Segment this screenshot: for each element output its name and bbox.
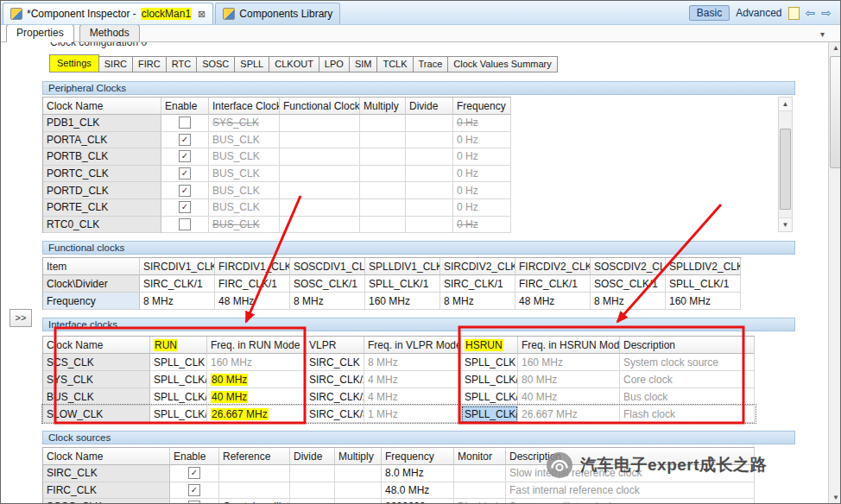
enable-cell[interactable]: ✓ [170, 499, 219, 504]
divider-cell[interactable]: SOSC_CLK/1 [290, 275, 365, 293]
peripheral-table-scrollbar[interactable]: ▲ ▼ [778, 97, 793, 232]
tab-clock-values-summary[interactable]: Clock Values Summary [447, 56, 558, 72]
divider-cell[interactable]: SIRC_CLK/1 [440, 275, 515, 293]
enable-cell[interactable]: ✓ [161, 199, 209, 217]
frequency-cell[interactable]: 8000000 [382, 499, 454, 504]
col-soscdiv1: SOSCDIV1_CLK [290, 258, 365, 275]
enable-cell[interactable]: ✓ [170, 482, 219, 500]
run-cell[interactable]: SPLL_CLK/6 [150, 406, 207, 423]
tab-spll[interactable]: SPLL [234, 56, 269, 72]
basic-view-button[interactable]: Basic [689, 5, 730, 21]
vertical-scrollbar[interactable]: ▲ ▼ [828, 41, 841, 504]
scroll-up-icon[interactable]: ▲ [829, 41, 841, 55]
multiply-cell [335, 499, 382, 504]
new-document-icon[interactable] [788, 7, 800, 20]
col-run: RUN [150, 337, 207, 354]
reference-cell[interactable] [219, 482, 290, 500]
tab-clkout[interactable]: CLKOUT [269, 56, 319, 72]
reference-cell[interactable]: Crystal oscillator [219, 499, 290, 504]
view-menu-icon[interactable]: ▾ [820, 29, 825, 41]
scrollbar-thumb[interactable] [780, 129, 791, 210]
reference-cell[interactable] [219, 465, 290, 482]
vlpr-cell[interactable]: SIRC_CLK/8 [306, 406, 364, 423]
tab-rtc[interactable]: RTC [166, 56, 197, 72]
frequency-cell: 0 Hz [453, 115, 511, 132]
vlpr-cell[interactable]: SIRC_CLK/2 [306, 388, 364, 406]
tab-settings[interactable]: Settings [49, 54, 99, 72]
enable-cell[interactable]: ✓ [161, 166, 209, 183]
multiply-cell [360, 166, 406, 183]
checkbox[interactable]: ✓ [188, 484, 200, 496]
frequency-cell[interactable]: 8.0 MHz [382, 465, 454, 482]
back-icon[interactable]: ⇦ [806, 7, 816, 19]
checkbox[interactable]: ✓ [179, 167, 191, 180]
scroll-down-icon[interactable]: ▼ [779, 217, 792, 231]
scroll-down-icon[interactable]: ▼ [829, 491, 841, 504]
enable-cell[interactable]: ✓ [161, 132, 209, 149]
divider-cell[interactable]: SIRC_CLK/1 [140, 275, 215, 293]
col-enable: Enable [161, 98, 209, 115]
enable-cell[interactable]: ✓ [161, 148, 209, 166]
hsrun-cell[interactable]: SPLL_CLK/4 [461, 388, 518, 406]
tab-trace[interactable]: Trace [413, 56, 449, 72]
checkbox[interactable] [179, 218, 191, 230]
tab-methods[interactable]: Methods [79, 24, 140, 41]
component-inspector-window: *Component Inspector - clockMan1 ⊠ Compo… [0, 0, 841, 504]
description-cell: Fast internal reference clock [506, 482, 755, 500]
tab-components-library[interactable]: Components Library [215, 3, 340, 24]
tab-firc[interactable]: FIRC [132, 56, 167, 72]
checkbox[interactable]: ✓ [188, 467, 200, 479]
run-freq-cell: 80 MHz [207, 371, 306, 388]
description-cell: Slow internal reference clock [506, 465, 755, 482]
hsrun-cell-selected[interactable]: SPLL_CLK/6 [461, 406, 518, 423]
scrollbar-thumb[interactable] [830, 56, 841, 168]
divider-cell[interactable]: SPLL_CLK/1 [666, 275, 741, 293]
tab-lpo[interactable]: LPO [319, 56, 350, 72]
expand-palette-button[interactable]: >> [9, 309, 32, 327]
row-label: SLOW_CLK [43, 406, 150, 423]
checkbox[interactable]: ✓ [179, 185, 191, 197]
run-cell[interactable]: SPLL_CLK/2 [150, 371, 207, 388]
enable-cell[interactable]: ✓ [161, 182, 209, 199]
highlighted-value: 40 MHz [211, 391, 248, 403]
run-freq-cell: 40 MHz [207, 388, 306, 406]
checkbox[interactable]: ✓ [188, 501, 200, 504]
run-cell[interactable]: SPLL_CLK/4 [150, 388, 207, 406]
tab-properties[interactable]: Properties [6, 24, 74, 42]
forward-icon[interactable]: ⇨ [821, 7, 832, 19]
divide-cell [406, 132, 453, 149]
vlpr-cell[interactable]: SIRC_CLK [306, 354, 364, 371]
divider-cell[interactable]: FIRC_CLK/1 [215, 275, 290, 293]
hsrun-cell[interactable]: SPLL_CLK/2 [461, 371, 518, 388]
checkbox[interactable]: ✓ [179, 134, 191, 146]
hsrun-cell[interactable]: SPLL_CLK [461, 354, 518, 371]
advanced-view-button[interactable]: Advanced [736, 7, 781, 19]
tab-sim[interactable]: SIM [349, 56, 378, 72]
row-label: PORTE_CLK [43, 199, 161, 217]
checkbox[interactable]: ✓ [179, 201, 191, 213]
enable-cell[interactable] [161, 115, 209, 132]
frequency-cell: 0 Hz [453, 148, 511, 166]
interface-clock-cell: BUS_CLK [209, 217, 280, 234]
tab-close-icon[interactable]: ⊠ [198, 9, 206, 20]
frequency-cell[interactable]: 48.0 MHz [382, 482, 454, 500]
tab-tclk[interactable]: TCLK [376, 56, 413, 72]
divider-cell[interactable]: FIRC_CLK/1 [515, 275, 591, 293]
enable-cell[interactable] [161, 217, 209, 234]
col-clock-name: Clock Name [43, 337, 150, 354]
scroll-up-icon[interactable]: ▲ [779, 98, 792, 111]
interface-clock-cell: BUS_CLK [209, 166, 280, 183]
divider-cell[interactable]: SOSC_CLK/1 [591, 275, 666, 293]
tab-component-inspector[interactable]: *Component Inspector - clockMan1 ⊠ [3, 3, 213, 24]
checkbox[interactable]: ✓ [179, 150, 191, 162]
checkbox[interactable] [179, 117, 191, 129]
components-library-icon [223, 8, 235, 20]
col-fircdiv1: FIRCDIV1_CLK [215, 258, 290, 275]
tab-sosc[interactable]: SOSC [196, 56, 235, 72]
tab-sirc[interactable]: SIRC [98, 56, 133, 72]
divider-cell[interactable]: SPLL_CLK/1 [365, 275, 440, 293]
enable-cell[interactable]: ✓ [170, 465, 219, 482]
vlpr-cell[interactable]: SIRC_CLK/2 [306, 371, 364, 388]
run-cell[interactable]: SPLL_CLK [150, 354, 207, 371]
inspector-tab-strip: Properties Methods ▾ [1, 24, 840, 42]
